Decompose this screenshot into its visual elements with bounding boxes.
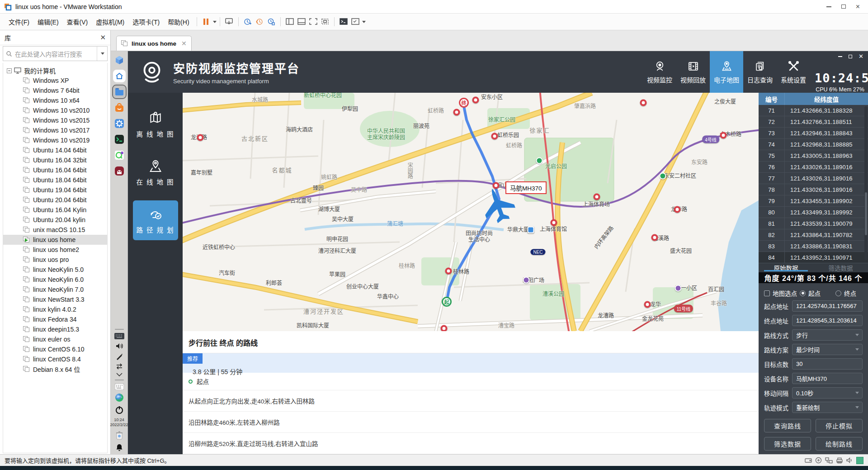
- vm-tree-item[interactable]: unix macOS 10.15: [3, 225, 107, 235]
- vm-tab[interactable]: linux uos home ✕: [116, 36, 192, 51]
- power-pause-button[interactable]: [200, 16, 212, 27]
- vm-tree-item[interactable]: linux NeoKylin 5.0: [3, 265, 107, 275]
- vm-tree-item[interactable]: linux uos pro: [3, 255, 107, 265]
- route-step[interactable]: 沿田林路走460米,左转进入柳州路: [183, 412, 759, 433]
- nav-electronic-map[interactable]: 电子地图: [710, 51, 743, 93]
- network-icon[interactable]: [825, 457, 833, 464]
- action-button[interactable]: 停止模拟: [816, 419, 863, 432]
- vm-tree-item[interactable]: linux CentOS 8.4: [3, 354, 107, 364]
- show-thumbnail-bar-icon[interactable]: [296, 16, 307, 27]
- vm-tree-item[interactable]: Windows 7 64bit: [3, 85, 107, 95]
- fullscreen-dropdown-icon[interactable]: [362, 21, 366, 23]
- route-summary-band[interactable]: 推荐 3.8 公里 | 55 分钟: [183, 353, 759, 373]
- field-value[interactable]: 重新绘制: [792, 402, 863, 413]
- table-row[interactable]: 74 121.432968,31.188885: [759, 139, 868, 150]
- menu-item[interactable]: 帮助(H): [164, 15, 193, 28]
- action-button[interactable]: 查询路线: [764, 419, 811, 432]
- menu-item[interactable]: 虚拟机(M): [92, 15, 128, 28]
- nav-video-monitor[interactable]: 视频监控: [643, 51, 676, 93]
- maximize-button[interactable]: [841, 5, 846, 9]
- map-canvas[interactable]: 水城路新虹桥中心花园虹桥路安东小区伊犁园丽波苑徐家汇公园肇嘉浜路之俊大厦海鸥大酒…: [183, 93, 759, 331]
- table-scrollbar[interactable]: [864, 106, 868, 260]
- app-close-button[interactable]: ✕: [859, 53, 863, 59]
- browser-sphere-icon[interactable]: [115, 393, 124, 402]
- power-icon[interactable]: [115, 405, 124, 414]
- music-app-icon[interactable]: [113, 165, 126, 177]
- volume-icon[interactable]: [115, 342, 123, 350]
- send-ctrl-alt-del-icon[interactable]: [223, 16, 235, 27]
- action-button[interactable]: 绘制路线: [816, 437, 863, 451]
- app-store-icon[interactable]: [113, 101, 126, 114]
- trash-icon[interactable]: [115, 431, 123, 440]
- vm-tree-item[interactable]: linux NeoKylin 7.0: [3, 285, 107, 294]
- table-row[interactable]: 75 121.433005,31.188963: [759, 150, 868, 161]
- vm-tree-item[interactable]: Ubuntu 19.04 64bit: [3, 185, 107, 195]
- table-row[interactable]: 77 121.433026,31.189016: [759, 173, 868, 184]
- route-step[interactable]: 从起点向正北方向出发,走40米,右转进入田林路: [183, 390, 759, 412]
- library-close-icon[interactable]: ✕: [100, 33, 106, 42]
- map-pick-checkbox[interactable]: [764, 290, 770, 296]
- menu-item[interactable]: 文件(F): [5, 15, 33, 28]
- vm-tree-item[interactable]: Ubuntu 16.04 Kylin: [3, 205, 107, 215]
- notification-bell-icon[interactable]: [115, 443, 123, 451]
- printer-icon[interactable]: [836, 457, 843, 464]
- vm-tree-item[interactable]: Ubuntu 14.04 64bit: [3, 145, 107, 155]
- data-tab[interactable]: 原始数据: [759, 263, 813, 272]
- sidebar-route-planning[interactable]: 路 径 规 划: [133, 200, 178, 240]
- qt-creator-icon[interactable]: [113, 149, 126, 161]
- manage-snapshots-icon[interactable]: [265, 16, 277, 27]
- end-radio[interactable]: [835, 290, 841, 296]
- input-method-icon[interactable]: [115, 384, 124, 390]
- field-value[interactable]: 步行: [792, 329, 863, 341]
- nav-system-settings[interactable]: 系统设置: [777, 51, 810, 93]
- sidebar-offline-map[interactable]: 离 线 地 图: [133, 104, 178, 144]
- vm-tree-item[interactable]: linux NewStart 3.3: [3, 294, 107, 304]
- pen-tablet-icon[interactable]: [116, 353, 123, 360]
- fullscreen-icon[interactable]: [349, 16, 361, 27]
- network-transfer-icon[interactable]: [115, 363, 123, 370]
- library-search-input[interactable]: 在此处键入内容进行搜索: [3, 46, 108, 61]
- nav-video-playback[interactable]: 视频回放: [676, 51, 710, 93]
- vm-tree-item[interactable]: linux kylin 4.0.2: [3, 304, 107, 314]
- file-manager-icon[interactable]: [113, 85, 126, 98]
- vm-tree-item[interactable]: linux NeoKylin 6.0: [3, 275, 107, 285]
- vm-tree-item[interactable]: linux deepin15.3: [3, 324, 107, 334]
- free-stretch-icon[interactable]: [319, 16, 331, 27]
- control-center-icon[interactable]: [113, 117, 126, 130]
- vm-tree-item[interactable]: Windows 10 x64: [3, 95, 107, 105]
- collapse-icon[interactable]: [7, 68, 12, 73]
- dock-clock[interactable]: 10:24 2022/2/22: [110, 418, 128, 428]
- take-snapshot-icon[interactable]: [242, 16, 254, 27]
- home-icon[interactable]: [113, 70, 126, 82]
- vm-tree-item[interactable]: Windows 10 vs2010: [3, 105, 107, 115]
- menu-item[interactable]: 编辑(E): [33, 15, 63, 28]
- minimize-button[interactable]: [826, 6, 831, 7]
- app-minimize-button[interactable]: [838, 56, 842, 57]
- show-library-icon[interactable]: [284, 16, 296, 27]
- vm-tree-item[interactable]: Ubuntu 18.04 64bit: [3, 175, 107, 185]
- table-row[interactable]: 80 121.433499,31.189992: [759, 207, 868, 218]
- field-value[interactable]: 最少时间: [792, 344, 863, 355]
- vm-tree-item[interactable]: linux uos home2: [3, 245, 107, 255]
- data-tab[interactable]: 筛选数据: [813, 263, 868, 272]
- table-row[interactable]: 72 121.432766,31.188511: [759, 116, 868, 128]
- cd-icon[interactable]: [815, 457, 822, 464]
- keyboard-layout-icon[interactable]: [114, 333, 124, 339]
- revert-snapshot-icon[interactable]: [254, 16, 265, 27]
- vm-tree-item[interactable]: Windows 10 vs2017: [3, 125, 107, 135]
- vm-tree-item[interactable]: linux Fedora 34: [3, 314, 107, 324]
- start-radio[interactable]: [800, 290, 806, 296]
- table-row[interactable]: 79 121.433455,31.189902: [759, 195, 868, 207]
- vm-tree-item[interactable]: Ubuntu 20.04 kylin: [3, 215, 107, 225]
- table-row[interactable]: 71 121.432666,31.188328: [759, 105, 868, 116]
- table-row[interactable]: 78 121.433026,31.189016: [759, 184, 868, 195]
- tree-root-my-computer[interactable]: 我的计算机: [3, 66, 107, 76]
- vm-tree-item[interactable]: linux euler os: [3, 334, 107, 344]
- launcher-icon[interactable]: [113, 54, 126, 66]
- close-button[interactable]: ×: [856, 3, 860, 10]
- table-row[interactable]: 73 121.432946,31.188843: [759, 128, 868, 139]
- table-row[interactable]: 76 121.433026,31.189016: [759, 161, 868, 173]
- field-value[interactable]: 121.428545,31.203614: [792, 315, 863, 326]
- tab-close-icon[interactable]: ✕: [181, 40, 187, 47]
- vm-tree-item[interactable]: Ubuntu 16.04 32bit: [3, 155, 107, 165]
